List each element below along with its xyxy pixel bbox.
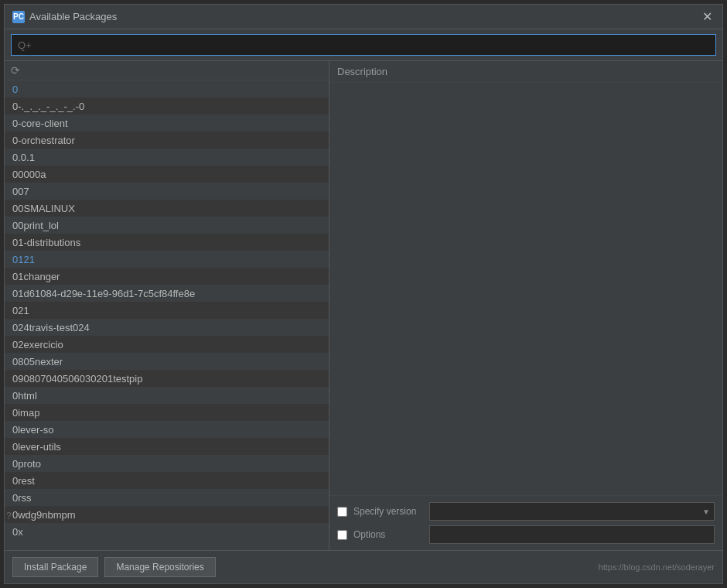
- list-item[interactable]: 0.0.1: [5, 149, 329, 166]
- question-icon: ?: [6, 511, 12, 521]
- bottom-bar: Install Package Manage Repositories http…: [5, 550, 722, 583]
- app-icon: PC: [12, 11, 25, 23]
- available-packages-dialog: PC Available Packages ✕ ⟳ 00-._._._-_._-…: [4, 4, 723, 584]
- options-row: Options: [337, 525, 715, 544]
- install-package-button[interactable]: Install Package: [12, 557, 98, 577]
- specify-version-label: Specify version: [353, 506, 423, 517]
- specify-version-checkbox[interactable]: [337, 507, 347, 517]
- manage-repositories-button[interactable]: Manage Repositories: [104, 557, 215, 577]
- list-item[interactable]: 0imap: [5, 404, 329, 421]
- list-item[interactable]: 0-core-client: [5, 115, 329, 132]
- list-item[interactable]: 0-orchestrator: [5, 132, 329, 149]
- list-item[interactable]: 01d61084-d29e-11e9-96d1-7c5cf84ffe8e: [5, 285, 329, 302]
- description-content: [329, 83, 722, 495]
- list-item[interactable]: 0: [5, 80, 329, 97]
- list-item[interactable]: 0html: [5, 387, 329, 404]
- list-item[interactable]: 007: [5, 183, 329, 200]
- list-item[interactable]: 00000a: [5, 166, 329, 183]
- list-item[interactable]: 0-._._._-_._-_.-0: [5, 97, 329, 115]
- list-item[interactable]: 0proto: [5, 455, 329, 472]
- left-panel: ⟳ 00-._._._-_._-_.-00-core-client0-orche…: [5, 61, 329, 550]
- dialog-title: Available Packages: [29, 11, 117, 22]
- package-list[interactable]: 00-._._._-_._-_.-00-core-client0-orchest…: [5, 80, 329, 550]
- title-bar-left: PC Available Packages: [12, 11, 117, 23]
- refresh-icon[interactable]: ⟳: [11, 64, 20, 77]
- list-item[interactable]: 0x: [5, 523, 329, 540]
- list-item[interactable]: 0rss: [5, 489, 329, 506]
- list-item[interactable]: 0rest: [5, 472, 329, 489]
- version-select-wrapper: ▼: [429, 502, 715, 521]
- list-item[interactable]: 01changer: [5, 268, 329, 285]
- list-item[interactable]: 021: [5, 302, 329, 319]
- list-item[interactable]: 0lever-utils: [5, 438, 329, 455]
- description-label: Description: [329, 61, 722, 83]
- main-area: ⟳ 00-._._._-_._-_.-00-core-client0-orche…: [5, 61, 722, 550]
- list-item[interactable]: 0wdg9nbmpm: [5, 506, 329, 523]
- bottom-buttons: Install Package Manage Repositories: [12, 557, 216, 577]
- list-item[interactable]: 02exercicio: [5, 336, 329, 353]
- specify-version-row: Specify version ▼: [337, 502, 715, 521]
- list-item[interactable]: 024travis-test024: [5, 319, 329, 336]
- list-item[interactable]: 00print_lol: [5, 217, 329, 234]
- options-label: Options: [353, 529, 423, 540]
- options-area: Specify version ▼ Options: [329, 495, 722, 550]
- list-item[interactable]: 0805nexter: [5, 353, 329, 370]
- watermark-text: https://blog.csdn.net/soderayer: [599, 562, 715, 572]
- search-input[interactable]: [11, 34, 716, 56]
- right-panel: Description Specify version ▼ Opti: [329, 61, 722, 550]
- options-checkbox[interactable]: [337, 530, 347, 540]
- close-button[interactable]: ✕: [699, 9, 715, 25]
- list-item[interactable]: 0121: [5, 251, 329, 268]
- list-item[interactable]: 090807040506030201testpip: [5, 370, 329, 387]
- refresh-row: ⟳: [5, 61, 329, 80]
- list-item[interactable]: 00SMALINUX: [5, 200, 329, 217]
- list-item[interactable]: 01-distributions: [5, 234, 329, 251]
- search-row: [5, 29, 722, 61]
- list-item[interactable]: 0lever-so: [5, 421, 329, 438]
- version-select[interactable]: [429, 502, 715, 521]
- options-input[interactable]: [429, 525, 715, 544]
- title-bar: PC Available Packages ✕: [5, 5, 722, 29]
